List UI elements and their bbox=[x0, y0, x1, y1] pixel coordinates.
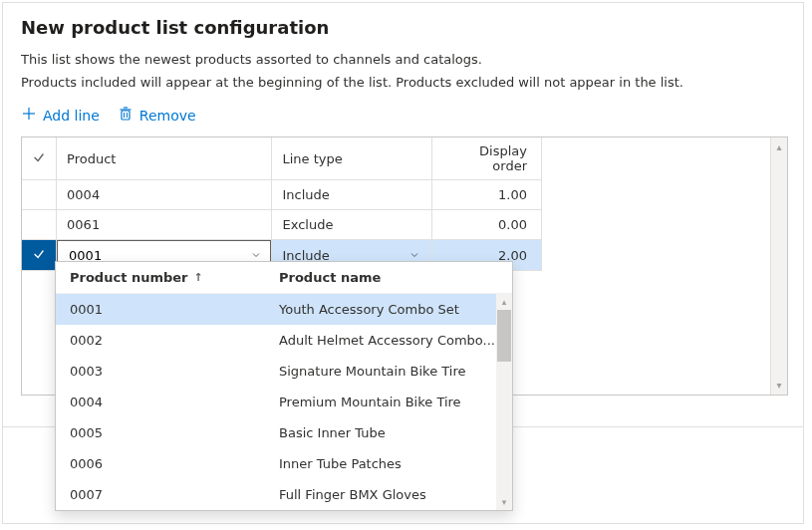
product-grid: Product Line type Display order 0004Incl… bbox=[21, 136, 788, 396]
row-selector[interactable] bbox=[22, 240, 57, 271]
dropdown-col-product-number[interactable]: Product number ↑ bbox=[70, 270, 279, 285]
option-name: Full Finger BMX Gloves bbox=[279, 487, 498, 502]
option-number: 0004 bbox=[70, 395, 279, 409]
dropdown-option[interactable]: 0004Premium Mountain Bike Tire bbox=[56, 387, 512, 417]
option-name: Youth Accessory Combo Set bbox=[279, 302, 498, 317]
config-panel: New product list configuration This list… bbox=[2, 2, 804, 524]
dropdown-option[interactable]: 0005Basic Inner Tube bbox=[56, 417, 512, 448]
product-lookup-dropdown: Product number ↑ Product name 0001Youth … bbox=[55, 261, 513, 511]
row-selector[interactable] bbox=[22, 210, 57, 240]
display-order-value: 0.00 bbox=[432, 211, 527, 238]
dropdown-option[interactable]: 0006Inner Tube Patches bbox=[56, 448, 512, 479]
option-name: Adult Helmet Accessory Combo... bbox=[279, 333, 498, 348]
toolbar: Add line Remove bbox=[21, 104, 785, 127]
grid-scrollbar[interactable]: ▴ ▾ bbox=[770, 137, 787, 395]
option-number: 0002 bbox=[70, 333, 279, 348]
description-line-1: This list shows the newest products asso… bbox=[21, 52, 785, 67]
product-cell[interactable]: 0004 bbox=[57, 180, 272, 210]
linetype-value: Exclude bbox=[272, 211, 430, 238]
dropdown-body: 0001Youth Accessory Combo Set0002Adult H… bbox=[56, 294, 512, 510]
column-header-product[interactable]: Product bbox=[57, 137, 272, 180]
dropdown-option[interactable]: 0002Adult Helmet Accessory Combo... bbox=[56, 325, 512, 356]
dropdown-scrollbar[interactable]: ▴ ▾ bbox=[496, 294, 512, 510]
dropdown-option[interactable]: 0001Youth Accessory Combo Set bbox=[56, 294, 512, 325]
option-number: 0005 bbox=[70, 425, 279, 440]
column-header-linetype[interactable]: Line type bbox=[272, 137, 431, 180]
grid-header-row: Product Line type Display order bbox=[22, 137, 542, 180]
chevron-down-icon[interactable] bbox=[249, 248, 263, 262]
option-name: Inner Tube Patches bbox=[279, 456, 498, 471]
option-name: Premium Mountain Bike Tire bbox=[279, 395, 498, 409]
scroll-up-icon[interactable]: ▴ bbox=[776, 137, 781, 156]
check-icon bbox=[32, 150, 46, 164]
row-selector[interactable] bbox=[22, 180, 57, 210]
sort-ascending-icon: ↑ bbox=[193, 271, 202, 284]
page-title: New product list configuration bbox=[21, 17, 785, 38]
add-line-button[interactable]: Add line bbox=[21, 104, 100, 127]
add-line-label: Add line bbox=[43, 108, 100, 124]
linetype-cell[interactable]: Exclude bbox=[272, 210, 431, 240]
display-order-cell[interactable]: 0.00 bbox=[431, 210, 541, 240]
description-line-2: Products included will appear at the beg… bbox=[21, 75, 785, 90]
chevron-down-icon[interactable] bbox=[407, 248, 421, 262]
remove-button[interactable]: Remove bbox=[118, 104, 196, 127]
product-value: 0004 bbox=[57, 181, 271, 208]
table-row[interactable]: 0004Include1.00 bbox=[22, 180, 542, 210]
display-order-value: 1.00 bbox=[432, 181, 527, 208]
option-name: Signature Mountain Bike Tire bbox=[279, 364, 498, 379]
linetype-value: Include bbox=[272, 181, 430, 208]
dropdown-col-product-name[interactable]: Product name bbox=[279, 270, 498, 285]
product-cell[interactable]: 0061 bbox=[57, 210, 272, 240]
linetype-cell[interactable]: Include bbox=[272, 180, 431, 210]
plus-icon bbox=[21, 106, 37, 125]
display-order-cell[interactable]: 1.00 bbox=[431, 180, 541, 210]
option-number: 0003 bbox=[70, 364, 279, 379]
option-name: Basic Inner Tube bbox=[279, 425, 498, 440]
dropdown-option[interactable]: 0007Full Finger BMX Gloves bbox=[56, 479, 512, 510]
select-all-header[interactable] bbox=[22, 137, 57, 180]
dropdown-header: Product number ↑ Product name bbox=[56, 262, 512, 294]
option-number: 0006 bbox=[70, 456, 279, 471]
grid-table: Product Line type Display order 0004Incl… bbox=[22, 137, 542, 271]
check-icon bbox=[32, 247, 46, 261]
scroll-down-icon[interactable]: ▾ bbox=[502, 494, 507, 510]
product-value: 0061 bbox=[57, 211, 271, 238]
table-row[interactable]: 0061Exclude0.00 bbox=[22, 210, 542, 240]
option-number: 0001 bbox=[70, 302, 279, 317]
trash-icon bbox=[118, 106, 134, 125]
scroll-down-icon[interactable]: ▾ bbox=[776, 376, 781, 395]
svg-rect-2 bbox=[122, 111, 130, 120]
scroll-thumb[interactable] bbox=[497, 310, 511, 362]
remove-label: Remove bbox=[139, 108, 196, 124]
column-header-display-order[interactable]: Display order bbox=[431, 137, 541, 180]
dropdown-option[interactable]: 0003Signature Mountain Bike Tire bbox=[56, 356, 512, 387]
option-number: 0007 bbox=[70, 487, 279, 502]
scroll-up-icon[interactable]: ▴ bbox=[502, 294, 507, 310]
